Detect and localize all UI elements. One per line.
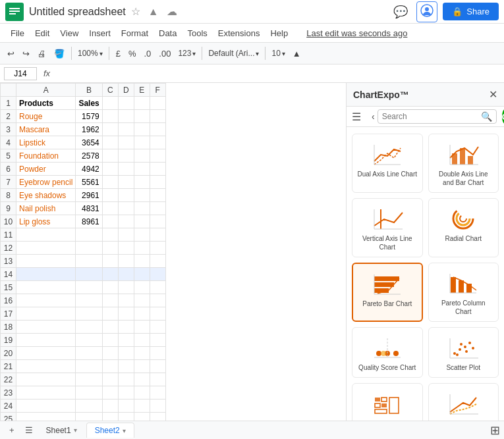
cell-11-6[interactable] — [150, 228, 165, 242]
row-header-16[interactable]: 16 — [1, 294, 16, 307]
row-header-15[interactable]: 15 — [1, 281, 16, 294]
cell-22-6[interactable] — [150, 373, 165, 386]
cell-7-2[interactable]: 5561 — [76, 176, 102, 189]
cell-11-5[interactable] — [134, 228, 150, 242]
row-header-21[interactable]: 21 — [1, 360, 16, 373]
cell-2-3[interactable] — [102, 110, 118, 123]
cell-8-2[interactable]: 2961 — [76, 189, 102, 202]
cell-5-1[interactable]: Foundation — [16, 149, 76, 163]
cell-15-1[interactable] — [16, 281, 76, 294]
search-button[interactable]: 🔍 — [481, 111, 492, 122]
cell-16-2[interactable] — [76, 294, 102, 307]
cell-20-3[interactable] — [102, 347, 118, 360]
menu-edit[interactable]: Edit — [30, 27, 55, 39]
row-header-4[interactable]: 4 — [1, 136, 16, 149]
chart-item-pareto-bar[interactable]: Pareto Bar Chart — [352, 263, 423, 322]
cell-21-5[interactable] — [134, 360, 150, 373]
cloud-icon[interactable]: ☁ — [167, 5, 177, 18]
cell-10-2[interactable]: 8961 — [76, 215, 102, 228]
cell-22-5[interactable] — [134, 373, 150, 386]
panel-close-button[interactable]: ✕ — [489, 88, 497, 101]
cell-22-2[interactable] — [76, 373, 102, 386]
row-header-5[interactable]: 5 — [1, 149, 16, 163]
cell-12-5[interactable] — [134, 242, 150, 255]
search-input[interactable] — [382, 112, 481, 121]
cell-6-4[interactable] — [118, 163, 134, 176]
cell-10-3[interactable] — [102, 215, 118, 228]
col-header-a[interactable]: A — [16, 84, 76, 97]
share-button[interactable]: 🔒 Share — [443, 3, 499, 20]
add-sheet-button[interactable]: + — [4, 424, 20, 436]
cell-16-5[interactable] — [134, 294, 150, 307]
chart-item-pareto-column[interactable]: Pareto Column Chart — [428, 263, 499, 322]
cell-17-1[interactable] — [16, 307, 76, 321]
cell-1-4[interactable] — [118, 97, 134, 110]
cell-16-3[interactable] — [102, 294, 118, 307]
cell-2-1[interactable]: Rouge — [16, 110, 76, 123]
menu-format[interactable]: Format — [116, 27, 154, 39]
cell-13-4[interactable] — [118, 255, 134, 268]
cell-9-5[interactable] — [134, 202, 150, 215]
cell-23-3[interactable] — [102, 386, 118, 400]
cell-18-4[interactable] — [118, 321, 134, 334]
cell-22-4[interactable] — [118, 373, 134, 386]
font-size-up-button[interactable]: ▲ — [289, 47, 304, 61]
cell-22-3[interactable] — [102, 373, 118, 386]
percent-button[interactable]: % — [125, 47, 140, 61]
cell-24-2[interactable] — [76, 400, 102, 413]
cell-25-5[interactable] — [134, 413, 150, 421]
cell-15-3[interactable] — [102, 281, 118, 294]
cell-18-5[interactable] — [134, 321, 150, 334]
cell-8-3[interactable] — [102, 189, 118, 202]
cell-4-5[interactable] — [134, 136, 150, 149]
menu-view[interactable]: View — [55, 27, 84, 39]
cell-25-2[interactable] — [76, 413, 102, 421]
cell-14-2[interactable] — [76, 268, 102, 281]
cell-4-4[interactable] — [118, 136, 134, 149]
cell-14-6[interactable] — [150, 268, 165, 281]
cell-24-3[interactable] — [102, 400, 118, 413]
user-avatar-button[interactable] — [416, 1, 437, 22]
cell-19-4[interactable] — [118, 334, 134, 347]
cell-14-4[interactable] — [118, 268, 134, 281]
cell-5-3[interactable] — [102, 149, 118, 163]
star-icon[interactable]: ☆ — [131, 5, 140, 18]
cell-25-1[interactable] — [16, 413, 76, 421]
row-header-3[interactable]: 3 — [1, 123, 16, 136]
cell-12-1[interactable] — [16, 242, 76, 255]
print-button[interactable]: 🖨 — [34, 47, 49, 61]
cell-1-1[interactable]: Products — [16, 97, 76, 110]
sheet-tab-sheet2[interactable]: Sheet2 ▾ — [86, 423, 134, 438]
cell-6-3[interactable] — [102, 163, 118, 176]
cell-18-6[interactable] — [150, 321, 165, 334]
cell-reference-input[interactable]: J14 — [4, 67, 37, 80]
cell-19-5[interactable] — [134, 334, 150, 347]
row-header-24[interactable]: 24 — [1, 400, 16, 413]
decimal-decrease-button[interactable]: .0 — [141, 47, 155, 61]
row-header-25[interactable]: 25 — [1, 413, 16, 421]
cell-5-5[interactable] — [134, 149, 150, 163]
menu-tools[interactable]: Tools — [182, 27, 212, 39]
cell-19-2[interactable] — [76, 334, 102, 347]
menu-insert[interactable]: Insert — [84, 27, 116, 39]
cell-3-4[interactable] — [118, 123, 134, 136]
cell-16-6[interactable] — [150, 294, 165, 307]
cell-1-3[interactable] — [102, 97, 118, 110]
cell-20-6[interactable] — [150, 347, 165, 360]
menu-data[interactable]: Data — [154, 27, 182, 39]
cell-22-1[interactable] — [16, 373, 76, 386]
cell-7-5[interactable] — [134, 176, 150, 189]
sheet-table-wrap[interactable]: A B C D E F 1ProductsSales2Rouge15793Mas… — [0, 83, 346, 421]
cell-16-4[interactable] — [118, 294, 134, 307]
cell-21-6[interactable] — [150, 360, 165, 373]
cell-23-4[interactable] — [118, 386, 134, 400]
row-header-18[interactable]: 18 — [1, 321, 16, 334]
cell-5-6[interactable] — [150, 149, 165, 163]
cell-6-2[interactable]: 4942 — [76, 163, 102, 176]
menu-file[interactable]: File — [5, 27, 30, 39]
undo-button[interactable]: ↩ — [4, 47, 18, 61]
cell-20-1[interactable] — [16, 347, 76, 360]
cell-4-2[interactable]: 3654 — [76, 136, 102, 149]
cell-1-6[interactable] — [150, 97, 165, 110]
cell-8-1[interactable]: Eye shadows — [16, 189, 76, 202]
